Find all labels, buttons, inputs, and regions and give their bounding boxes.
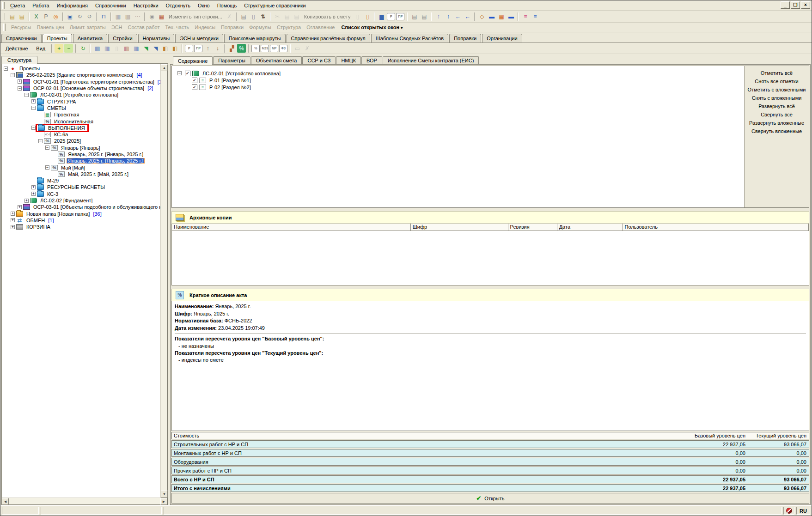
content-tab[interactable]: НМЦК <box>336 56 361 64</box>
tree-expander[interactable]: − <box>11 73 15 77</box>
content-tab[interactable]: Объектная смета <box>251 56 302 64</box>
building-red-icon[interactable]: ▦ <box>157 12 166 21</box>
sort-updown-icon[interactable]: ⇅ <box>259 12 268 21</box>
maximize-button[interactable]: ❐ <box>791 1 800 9</box>
tree-item[interactable]: ▦Проектная <box>3 111 160 118</box>
scroll-right-icon[interactable]: ▶ <box>160 498 167 505</box>
tree-expander[interactable]: − <box>177 71 182 75</box>
save-icon[interactable]: ▣ <box>66 12 74 21</box>
level-up-icon[interactable]: ↑ <box>444 12 452 21</box>
paste-special-icon[interactable]: ▯ <box>363 12 372 21</box>
print-web-icon[interactable]: ◉ <box>147 12 156 21</box>
menu-item[interactable]: Справочники <box>92 1 130 10</box>
object-import-icon[interactable]: ▥ <box>122 44 131 53</box>
row-outline-icon[interactable]: ▤ <box>8 12 17 21</box>
tree-item-label[interactable]: 2025 [2025] <box>53 138 82 144</box>
level-up-first-icon[interactable]: ↑ <box>434 12 443 21</box>
horizontal-scrollbar[interactable]: ◀ ▶ <box>2 498 167 504</box>
tree-expander[interactable]: − <box>45 146 49 150</box>
tree-expander[interactable]: − <box>38 139 43 143</box>
main-tab[interactable]: Поправки <box>449 34 481 42</box>
archive-column-header[interactable]: Дата <box>557 224 623 231</box>
row-outline-add-icon[interactable]: ▤ <box>18 12 26 21</box>
main-tab[interactable]: Нормативы <box>138 34 175 42</box>
menu-item[interactable]: Смета <box>6 1 29 10</box>
action-menu[interactable]: Действие <box>2 44 31 53</box>
tree-item[interactable]: −%Май [Май] <box>3 164 160 170</box>
move-down-icon[interactable]: ↓ <box>213 44 222 53</box>
row-delete-icon[interactable]: ▤ <box>420 12 428 21</box>
estimate-export-icon[interactable]: ◥ <box>151 44 160 53</box>
menu-item[interactable]: Настройки <box>130 1 162 10</box>
toolbar-grip[interactable] <box>3 24 6 31</box>
minimize-button[interactable]: _ <box>781 1 790 9</box>
tree-item[interactable]: %Январь, 2025 г. [Январь, 2025 г.] <box>3 151 160 158</box>
page-pr-icon[interactable]: ПР <box>396 13 404 20</box>
archive-column-header[interactable]: Пользователь <box>623 224 809 231</box>
tree-item-label[interactable]: СМЕТЫ <box>46 105 67 111</box>
layers-blue-icon[interactable]: ≡ <box>531 12 539 21</box>
folder-remove-icon[interactable]: − <box>64 44 73 53</box>
materials-icon[interactable]: ▦ <box>497 12 506 21</box>
tree-item-label[interactable]: КС-6а <box>53 132 69 137</box>
menu-item[interactable]: Работа <box>29 1 53 10</box>
tree-item[interactable]: +ОСР-03-01 [Объекты подсобного и обслужи… <box>3 204 160 210</box>
tree-expander[interactable]: − <box>24 93 29 97</box>
content-tab[interactable]: ВОР <box>361 56 382 64</box>
tree-item[interactable]: −✓ЛС-02-01 [Устройство котлована] <box>177 70 742 77</box>
row-edit-icon[interactable]: ▤ <box>410 12 419 21</box>
main-tab[interactable]: Стройки <box>108 34 137 42</box>
content-tab[interactable]: Исполнение Сметы контракта (ЕИС) <box>383 56 479 64</box>
tree-item[interactable]: +ОСР-01-01 [Подготовка территории строит… <box>3 79 160 85</box>
tree-item[interactable]: +СТРУКТУРА <box>3 98 160 104</box>
tree-item-label[interactable]: КОРЗИНА <box>25 224 52 230</box>
expand-all-button[interactable]: Развернуть всё <box>745 102 808 110</box>
tree-item[interactable]: +КОРЗИНА <box>3 224 160 230</box>
uncheck-with-nested-button[interactable]: Снять с вложенными <box>745 94 808 102</box>
layers-pink-icon[interactable]: ≡ <box>521 12 530 21</box>
tree-item[interactable]: %Исполнительная <box>3 118 160 124</box>
level-left2-icon[interactable]: ← <box>463 12 472 21</box>
language-indicator[interactable]: RU <box>796 507 810 515</box>
archive-column-header[interactable]: Шифр <box>411 224 508 231</box>
tree-item[interactable]: −ОСР-02-01 [Основные объекты строительст… <box>3 85 160 91</box>
tree-item[interactable]: ✓≡Р-01 [Раздел №1] <box>177 77 742 84</box>
main-tab[interactable]: Поисковые маршруты <box>224 34 286 42</box>
check-all-button[interactable]: Отметить всё <box>745 69 808 77</box>
tree-item-label[interactable]: ЛС-02-02 [Фундамент] <box>39 198 94 203</box>
tree-expander[interactable]: + <box>18 205 22 209</box>
menu-item[interactable]: Информация <box>53 1 92 10</box>
server-edit-icon[interactable]: ▥ <box>123 12 132 21</box>
tree-item[interactable]: ✓≡Р-02 [Раздел №2] <box>177 84 742 91</box>
checkbox[interactable]: ✓ <box>185 71 190 76</box>
tree-item[interactable]: −%Январь [Январь] <box>3 145 160 151</box>
fz-page-icon[interactable]: ФЗ <box>279 45 287 52</box>
truck-icon[interactable]: ▬ <box>487 12 496 21</box>
tree-item-label[interactable]: ЛС-02-01 [Устройство котлована] <box>201 71 282 76</box>
tree-item-label[interactable]: Проекты <box>18 66 41 71</box>
content-tab[interactable]: ССР и СЗ <box>302 56 336 64</box>
main-tab[interactable]: Справочник расчётных формул <box>287 34 370 42</box>
m29-page-icon[interactable]: М29 <box>261 45 269 52</box>
tree-expander[interactable]: + <box>24 199 29 203</box>
tree-expander[interactable]: − <box>4 67 8 71</box>
tree-item-label[interactable]: Р-01 [Раздел №1] <box>208 78 252 83</box>
view-menu[interactable]: Вид <box>32 44 49 53</box>
tree-expander[interactable]: − <box>18 86 22 91</box>
main-tab[interactable]: ЭСН и методики <box>175 34 223 42</box>
archive-column-header[interactable]: Наименование <box>172 224 411 231</box>
act-percent-icon[interactable]: % <box>237 44 246 53</box>
pdf-export-icon[interactable]: P <box>42 12 50 21</box>
menu-item[interactable]: Окно <box>194 1 214 10</box>
archive-column-header[interactable]: Ревизия <box>508 224 557 231</box>
tree-item-label[interactable]: Январь [Январь] <box>60 145 102 151</box>
content-tab[interactable]: Параметры <box>213 56 250 64</box>
norm-book-icon[interactable]: ▆ <box>377 12 386 21</box>
tree-item-label[interactable]: Январь, 2025 г. [Январь, 2025 г.] <box>67 158 145 164</box>
move-up-icon[interactable]: ↑ <box>203 44 212 53</box>
server-refresh-icon[interactable]: ▥ <box>114 12 122 21</box>
open-button[interactable]: ✔ Открыть <box>171 493 809 504</box>
tree-item-label[interactable]: ОСР-03-01 [Объекты подсобного и обслужив… <box>32 204 160 210</box>
toolbar-grip[interactable] <box>3 13 5 20</box>
tree-item[interactable]: +Новая папка [Новая папка][36] <box>3 211 160 217</box>
